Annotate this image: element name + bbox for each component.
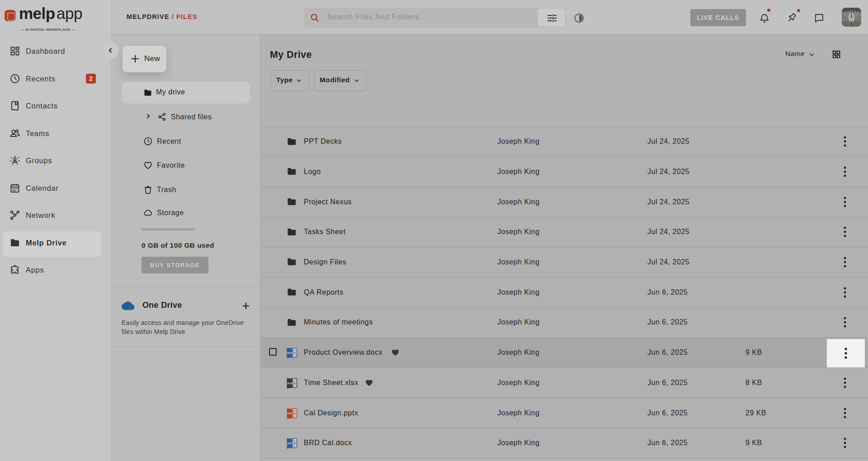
svg-text:PPTX: PPTX xyxy=(287,412,293,414)
svg-text:DOCX: DOCX xyxy=(287,442,294,445)
svg-text:DOCX: DOCX xyxy=(287,352,294,354)
svg-text:XLSX: XLSX xyxy=(287,382,293,385)
